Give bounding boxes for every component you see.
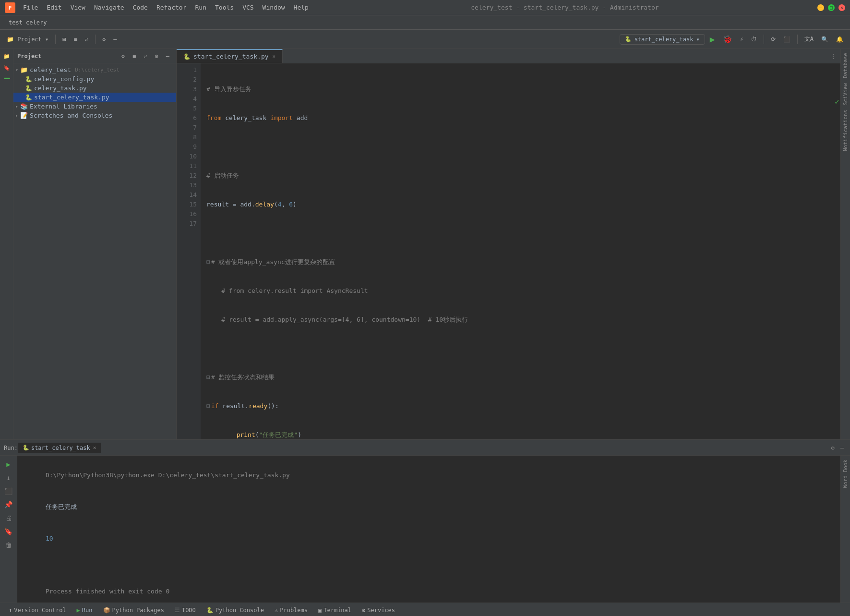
tab-close-button[interactable]: × xyxy=(273,53,276,60)
run-config-icon: 🐍 xyxy=(625,36,632,42)
grid-icon[interactable]: ⊞ xyxy=(60,35,69,44)
menu-refactor[interactable]: Refactor xyxy=(153,3,191,12)
toolbar: 📁 Project ▾ ⊞ ≡ ⇌ ⚙ — 🐍 start_celery_tas… xyxy=(0,30,850,49)
coverage-button[interactable]: ⚡ xyxy=(737,35,746,44)
project-view-icon[interactable]: 📁 xyxy=(1,51,12,61)
minimize-button[interactable]: — xyxy=(817,4,824,11)
run-tab-close[interactable]: × xyxy=(93,445,96,451)
code-line-3 xyxy=(206,142,835,152)
python-file-icon-2: 🐍 xyxy=(25,85,32,92)
status-tab-packages[interactable]: 📦 Python Packages xyxy=(98,606,169,615)
code-line-12: ⊟ if result . ready (): xyxy=(206,401,835,411)
run-restart-button[interactable]: ▶ xyxy=(3,459,14,470)
project-tab[interactable]: test celery xyxy=(4,17,51,28)
collapse-icon[interactable]: ⇌ xyxy=(82,35,91,44)
run-button[interactable]: ▶ xyxy=(707,33,718,46)
project-sort-icon[interactable]: ⇌ xyxy=(141,51,150,61)
run-panel-settings-icon[interactable]: ⚙ xyxy=(829,444,837,452)
window-controls[interactable]: — □ ✕ xyxy=(817,4,845,11)
menu-vcs[interactable]: VCS xyxy=(239,3,257,12)
stop-button[interactable]: ⬛ xyxy=(780,35,793,44)
menu-file[interactable]: File xyxy=(19,3,42,12)
code-line-8: # from celery.result import AsyncResult xyxy=(206,286,835,296)
status-tab-console[interactable]: 🐍 Python Console xyxy=(202,606,269,615)
maximize-button[interactable]: □ xyxy=(828,4,835,11)
menu-code[interactable]: Code xyxy=(129,3,152,12)
line-num: 15 xyxy=(180,200,197,209)
project-settings-icon[interactable]: ⚙ xyxy=(119,51,128,61)
code-editor[interactable]: # 导入异步任务 from celery_task import add # 启… xyxy=(201,63,840,439)
settings-icon[interactable]: ⚙ xyxy=(99,35,108,44)
file-label: celery_config.py xyxy=(34,75,94,83)
separator-1 xyxy=(55,35,56,44)
editor-kebab-menu[interactable]: ⋮ xyxy=(826,52,840,60)
status-tab-vcs[interactable]: ⬆ Version Control xyxy=(4,606,71,615)
line-num: 10 xyxy=(180,152,197,161)
run-panel-minimize-icon[interactable]: — xyxy=(838,444,846,452)
tree-item-celery-task[interactable]: 🐍 celery_task.py xyxy=(13,84,176,93)
tree-root[interactable]: ▾ 📁 celery_test D:\celery_test xyxy=(13,65,176,74)
menu-edit[interactable]: Edit xyxy=(43,3,65,12)
word-book-label[interactable]: Word Book xyxy=(841,458,850,490)
root-path: D:\celery_test xyxy=(75,67,120,73)
database-panel-label[interactable]: Database xyxy=(841,51,850,80)
editor-tab-active[interactable]: 🐍 start_celery_task.py × xyxy=(177,49,283,63)
run-print-button[interactable]: 🖨 xyxy=(3,512,14,524)
run-tab-icon: 🐍 xyxy=(23,445,29,451)
line-num: 8 xyxy=(180,133,197,142)
tree-item-celery-config[interactable]: 🐍 celery_config.py xyxy=(13,74,176,84)
menu-run[interactable]: Run xyxy=(192,3,210,12)
status-tab-problems[interactable]: ⚠ Problems xyxy=(270,606,312,615)
line-num: 5 xyxy=(180,104,197,113)
search-button[interactable]: 🔍 xyxy=(818,35,831,44)
scratches-icon: 📝 xyxy=(20,112,28,119)
menu-tools[interactable]: Tools xyxy=(211,3,238,12)
menu-navigate[interactable]: Navigate xyxy=(90,3,128,12)
bottom-panel: Run: 🐍 start_celery_task × ⚙ — ▶ ↓ ⬛ 📌 🖨… xyxy=(0,439,850,603)
tree-item-external-libs[interactable]: ▸ 📚 External Libraries xyxy=(13,102,176,111)
tree-item-scratches[interactable]: ▸ 📝 Scratches and Consoles xyxy=(13,111,176,120)
status-tab-services[interactable]: ⚙ Services xyxy=(357,606,400,615)
project-collapse-icon[interactable]: ≡ xyxy=(130,51,139,61)
python-file-icon-3: 🐍 xyxy=(25,94,32,101)
window-title: celery_test - start_celery_task.py - Adm… xyxy=(312,4,817,11)
project-minimize-icon[interactable]: — xyxy=(163,51,172,61)
run-scroll-down-button[interactable]: ↓ xyxy=(3,472,14,483)
status-tab-terminal[interactable]: ▣ Terminal xyxy=(313,606,356,615)
run-pin-button[interactable]: 📌 xyxy=(3,499,14,510)
menu-help[interactable]: Help xyxy=(290,3,312,12)
run-trash-button[interactable]: 🗑 xyxy=(3,539,14,551)
packages-icon: 📦 xyxy=(103,607,110,614)
run-stop-button[interactable]: ⬛ xyxy=(3,485,14,497)
libs-icon: 📚 xyxy=(20,103,28,110)
line-num: 6 xyxy=(180,113,197,123)
run-sidebar: ▶ ↓ ⬛ 📌 🖨 🔖 🗑 xyxy=(0,456,17,603)
bookmarks-icon[interactable]: 🔖 xyxy=(1,62,12,73)
sciview-panel-label[interactable]: SciView xyxy=(841,81,850,107)
notification-btn[interactable]: 🔔 xyxy=(833,35,846,44)
tree-item-start-celery[interactable]: 🐍 start_celery_task.py xyxy=(13,93,176,102)
sort-icon[interactable]: ≡ xyxy=(71,35,80,44)
packages-label: Python Packages xyxy=(112,607,164,614)
close-button[interactable]: ✕ xyxy=(838,4,845,11)
profile-button[interactable]: ⏱ xyxy=(748,35,760,44)
close-panel-icon[interactable]: — xyxy=(110,35,120,44)
menu-bar[interactable]: File Edit View Navigate Code Refactor Ru… xyxy=(19,3,312,12)
run-bookmark-button[interactable]: 🔖 xyxy=(3,526,14,537)
project-options-icon[interactable]: ⚙ xyxy=(152,51,161,61)
status-tab-run[interactable]: ▶ Run xyxy=(72,606,97,615)
debug-button[interactable]: 🐞 xyxy=(720,33,735,45)
run-tab[interactable]: 🐍 start_celery_task × xyxy=(18,443,101,453)
menu-window[interactable]: Window xyxy=(259,3,289,12)
status-tab-todo[interactable]: ☰ TODO xyxy=(170,606,201,615)
vcs-update-button[interactable]: ⟳ xyxy=(768,35,778,44)
translate-icon[interactable]: 文A xyxy=(802,34,816,45)
run-config-selector[interactable]: 🐍 start_celery_task ▾ xyxy=(620,34,705,45)
editor-tab-bar: 🐍 start_celery_task.py × ⋮ xyxy=(177,49,840,63)
console-icon: 🐍 xyxy=(206,607,214,614)
structure-icon[interactable]: ▐ xyxy=(1,74,12,85)
notifications-panel-label[interactable]: Notifications xyxy=(841,108,850,153)
output-command: D:\Python\Python38\python.exe D:\celery_… xyxy=(46,471,290,479)
expand-icon-2: ▸ xyxy=(15,104,18,109)
menu-view[interactable]: View xyxy=(67,3,89,12)
